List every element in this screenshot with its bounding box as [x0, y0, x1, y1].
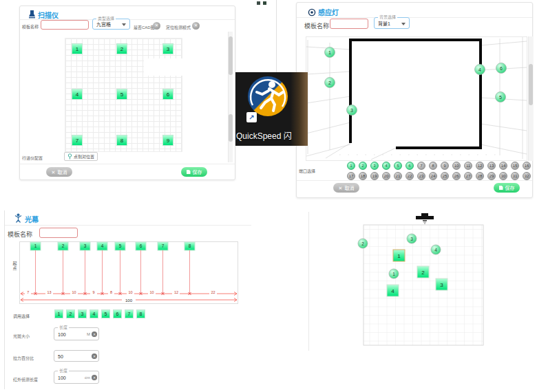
save-button[interactable]: 保存 — [494, 183, 520, 193]
type-select[interactable]: 类型选择 九宫格 — [92, 19, 130, 30]
scanner-node[interactable]: 7 — [72, 135, 83, 146]
cancel-button[interactable]: ✕ 取消 — [46, 167, 72, 177]
port[interactable]: 31 — [511, 172, 519, 180]
port[interactable]: 30 — [499, 172, 507, 180]
svg-text:3: 3 — [440, 282, 443, 288]
port-square[interactable]: 3 — [78, 309, 87, 318]
template-name-input[interactable] — [41, 20, 89, 30]
port-square[interactable]: 6 — [113, 309, 122, 318]
scanner-node[interactable]: 6 — [162, 89, 173, 100]
ports-row-2: 17 18 19 20 21 22 23 24 25 26 27 28 29 3… — [347, 172, 531, 180]
port[interactable]: 27 — [464, 172, 472, 180]
port[interactable]: 15 — [511, 162, 519, 170]
svg-text:12: 12 — [174, 290, 178, 294]
scanner-node[interactable]: 5 — [116, 89, 127, 100]
scanner-node[interactable]: 2 — [116, 43, 127, 54]
mode-toggle-label: 定位检测模式 — [166, 24, 191, 30]
curtain-canvas[interactable]: 1 2 3 4 5 6 7 8 — [19, 241, 240, 305]
port[interactable]: 9 — [441, 162, 449, 170]
room-canvas[interactable]: 1 2 3 4 6 5 — [306, 36, 527, 161]
position-tab[interactable]: 点到对位置 — [64, 152, 98, 161]
panel-title: 感应灯 — [318, 7, 339, 17]
svg-text:6: 6 — [500, 66, 503, 71]
svg-text:3: 3 — [350, 108, 353, 113]
port[interactable]: 20 — [382, 172, 390, 180]
port[interactable]: 32 — [523, 172, 531, 180]
window-edge-line — [276, 0, 277, 72]
svg-text:4: 4 — [391, 288, 394, 294]
divider — [297, 17, 532, 18]
scene-select[interactable]: 背景选择 背景1 — [374, 17, 410, 29]
svg-text:2: 2 — [361, 241, 364, 246]
mode-toggle-icon[interactable]: ✕ — [192, 22, 200, 30]
port-square[interactable]: 2 — [66, 309, 75, 318]
scanner-node[interactable]: 3 — [162, 43, 173, 54]
scanner-scrollbar[interactable] — [228, 32, 233, 162]
cad-toggle-icon[interactable]: ✕ — [153, 22, 160, 30]
ir-length-field[interactable]: 长度 100 cm ✕ — [54, 371, 99, 384]
port[interactable]: 2 — [359, 162, 367, 170]
gear-icon[interactable]: ✕ — [92, 375, 97, 380]
port[interactable]: 28 — [476, 172, 484, 180]
panel-preview-map[interactable]: 1 2 3 4 2 3 4 1 — [308, 212, 537, 351]
scanner-node[interactable]: 8 — [116, 135, 127, 146]
port[interactable]: 17 — [347, 172, 355, 180]
svg-text:1: 1 — [34, 243, 37, 248]
cancel-button[interactable]: ✕ 取消 — [333, 183, 359, 193]
port[interactable]: 10 — [452, 162, 461, 170]
port[interactable]: 26 — [452, 172, 461, 180]
scanner-node[interactable]: 1 — [72, 43, 83, 54]
svg-text:3: 3 — [410, 237, 413, 241]
port[interactable]: 5 — [394, 162, 402, 170]
gear-icon[interactable]: ✕ — [92, 353, 97, 359]
svg-text:1: 1 — [392, 272, 395, 276]
port[interactable]: 18 — [359, 172, 367, 180]
panel-title: 扫描仪 — [38, 10, 59, 20]
quickspeed-logo — [248, 76, 288, 116]
port-square[interactable]: 8 — [136, 309, 145, 318]
desktop-icon-label: QuickSpeed 闪 — [236, 129, 308, 141]
quickspeed-desktop-icon[interactable]: ↗ QuickSpeed 闪 — [235, 72, 308, 146]
port[interactable]: 14 — [499, 162, 507, 170]
port[interactable]: 13 — [487, 162, 496, 170]
spot-size-field[interactable]: 长度 100 M ✕ — [54, 327, 99, 340]
window-controls[interactable] — [257, 1, 268, 6]
port[interactable]: 24 — [429, 172, 437, 180]
room-scrollbar[interactable] — [528, 36, 533, 161]
scanner-node[interactable]: 4 — [72, 89, 83, 100]
port[interactable]: 8 — [429, 162, 437, 170]
port-square[interactable]: 1 — [54, 309, 63, 318]
port[interactable]: 4 — [382, 162, 390, 170]
port-square[interactable]: 5 — [101, 309, 110, 318]
svg-text:6: 6 — [140, 243, 143, 248]
port[interactable]: 7 — [417, 162, 425, 170]
screen: 扫描仪 模板名称 类型选择 九宫格 是否CAD图 ✕ 定位检测模式 ✕ 1 2 … — [0, 0, 537, 392]
tension-percent-field[interactable]: 50 ✕ — [54, 350, 99, 362]
port[interactable]: 22 — [406, 172, 414, 180]
template-name-input[interactable] — [39, 228, 78, 238]
port[interactable]: 6 — [406, 162, 414, 170]
port[interactable]: 3 — [370, 162, 379, 170]
port[interactable]: 23 — [417, 172, 425, 180]
save-button[interactable]: 保存 — [181, 167, 207, 177]
port[interactable]: 29 — [487, 172, 496, 180]
type-select-value: 九宫格 — [96, 21, 111, 28]
template-name-label: 模板名称 — [8, 230, 32, 239]
port[interactable]: 12 — [476, 162, 484, 170]
port[interactable]: 16 — [523, 162, 531, 170]
port-square[interactable]: 4 — [90, 309, 98, 318]
port-square[interactable]: 7 — [125, 309, 134, 318]
port[interactable]: 21 — [394, 172, 402, 180]
svg-text:1: 1 — [397, 253, 401, 259]
port[interactable]: 11 — [464, 162, 472, 170]
overlap-patch — [144, 58, 234, 76]
gear-icon[interactable]: ✕ — [92, 331, 97, 337]
port[interactable]: 1 — [347, 162, 355, 170]
perspective-lines — [306, 37, 527, 160]
port[interactable]: 25 — [441, 172, 449, 180]
svg-text:10: 10 — [149, 290, 154, 294]
scanner-node[interactable]: 9 — [162, 135, 173, 146]
template-name-input[interactable] — [330, 19, 368, 29]
svg-text:2: 2 — [62, 243, 65, 248]
port[interactable]: 19 — [370, 172, 379, 180]
